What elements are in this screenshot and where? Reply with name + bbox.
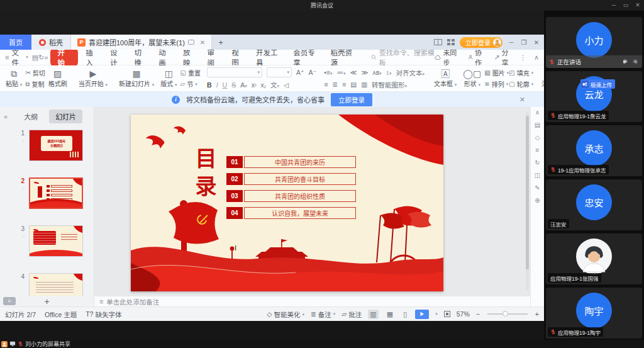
- participant-tile[interactable]: 陶宇 应用物理19-1陶宇: [546, 288, 642, 339]
- collapse-sidebar-icon[interactable]: ∧: [535, 109, 540, 116]
- smart-graphic-button[interactable]: 转智能图形▾: [372, 80, 407, 89]
- collapse-ribbon-icon[interactable]: ∧: [534, 53, 539, 62]
- comments-button[interactable]: ▱ 批注: [341, 310, 362, 319]
- textbox-button[interactable]: 🄰 文本框 ▾: [431, 66, 460, 91]
- thumbnail-1[interactable]: 建团100周年 主题团日: [29, 130, 83, 161]
- justify-icon[interactable]: ▤: [350, 81, 357, 88]
- strikethrough-button[interactable]: S: [231, 81, 236, 89]
- decrease-font-button[interactable]: A⁻: [309, 69, 317, 76]
- thumbnail-3[interactable]: [29, 225, 83, 257]
- sorter-view-button[interactable]: ▦: [385, 310, 395, 319]
- command-search[interactable]: 查找命令、搜索模板: [371, 47, 435, 67]
- toc-item-1[interactable]: 01 中国共青团的来历: [226, 156, 356, 168]
- notification-login-button[interactable]: 立即登录: [331, 93, 372, 106]
- thumbnail-4[interactable]: [29, 273, 83, 296]
- notes-bar[interactable]: ≡ 单击此处添加备注: [94, 296, 530, 306]
- participant-tile[interactable]: 小力 正在讲话: [546, 17, 642, 68]
- menu-tab-animation[interactable]: 动画: [153, 47, 177, 67]
- present-button[interactable]: ▭ 演示: [538, 66, 544, 91]
- font-size-select[interactable]: ▾: [267, 67, 292, 77]
- reading-view-button[interactable]: ▯: [401, 310, 409, 319]
- numbered-list-button[interactable]: ≔▾: [336, 69, 345, 76]
- smart-beautify-button[interactable]: ◇ 智能美化 ▴: [267, 310, 304, 319]
- properties-panel-icon[interactable]: ▤: [535, 121, 540, 128]
- zoom-percent[interactable]: 57%: [457, 310, 470, 318]
- fill-button[interactable]: ◰填充▾: [509, 68, 533, 77]
- participant-tile[interactable]: 极速上传 云龙 应用物理19-1詹云龙: [546, 71, 642, 122]
- save-icon[interactable]: ▤: [32, 53, 38, 62]
- toc-item-3[interactable]: 03 共青团的组织性质: [226, 190, 356, 202]
- tab-slides[interactable]: 幻灯片: [49, 109, 82, 123]
- sync-status[interactable]: 未同步: [435, 47, 460, 67]
- menu-tab-insert[interactable]: 插入: [80, 47, 104, 67]
- slide-thumb-1[interactable]: 1▫ 建团100周年 主题团日: [0, 130, 94, 161]
- zoom-out-button[interactable]: −: [476, 310, 480, 318]
- more-menu-icon[interactable]: ⋮: [519, 53, 526, 62]
- outline-button[interactable]: ▢轮廓▾: [509, 79, 533, 89]
- outline-panel-icon[interactable]: ≡: [536, 147, 540, 154]
- copy-button[interactable]: ⧉复制: [25, 79, 45, 89]
- clear-format-button[interactable]: ◁: [284, 81, 289, 89]
- text-direction-button[interactable]: ᴀʙ▾: [372, 69, 381, 76]
- canvas-scrollbar[interactable]: [526, 112, 529, 291]
- toc-item-2[interactable]: 02 共青团的奋斗目标: [226, 173, 356, 185]
- slideshow-play-button[interactable]: [415, 310, 429, 319]
- bold-button[interactable]: B: [207, 81, 212, 89]
- wps-close-icon[interactable]: ✕: [533, 39, 540, 46]
- zoom-in-button[interactable]: +: [535, 310, 539, 318]
- wps-restore-icon[interactable]: ❐: [520, 39, 528, 46]
- slide-canvas[interactable]: 目录 01 中国共青团的来历 02 共青团的奋斗目标: [94, 107, 530, 296]
- play-options-icon[interactable]: ▾: [435, 312, 438, 317]
- missing-font-warning[interactable]: T? 缺失字体: [86, 310, 121, 319]
- distribute-icon[interactable]: ▥: [361, 81, 367, 88]
- new-slide-button[interactable]: ▦ 新建幻灯片 ▾: [116, 66, 157, 91]
- bullet-list-button[interactable]: •≡▾: [324, 69, 332, 76]
- applause-hand-icon[interactable]: [631, 58, 639, 66]
- menu-tab-member[interactable]: 会员专享: [287, 47, 325, 67]
- slide-thumb-4[interactable]: 4: [0, 273, 94, 296]
- decrease-indent-button[interactable]: ≪: [350, 69, 357, 76]
- new-tab-button[interactable]: +: [212, 35, 230, 50]
- picture-button[interactable]: ▧图片▾: [484, 68, 509, 77]
- participant-tile[interactable]: 承志 19-1应用物理张承志: [546, 125, 642, 176]
- arrange-button[interactable]: ≋排列▾: [484, 79, 509, 89]
- underline-button[interactable]: U: [223, 81, 228, 89]
- refresh-panel-icon[interactable]: ↻: [535, 159, 540, 166]
- align-left-icon[interactable]: ≡: [324, 81, 328, 88]
- wps-minimize-icon[interactable]: ─: [508, 39, 515, 46]
- menu-tab-slideshow[interactable]: 放映: [177, 47, 202, 67]
- play-from-current-button[interactable]: ▶ 当页开始 ▾: [75, 66, 111, 91]
- participant-tile[interactable]: 忠安 汪忠安: [546, 179, 642, 230]
- font-family-select[interactable]: ▾: [207, 67, 262, 77]
- paste-button[interactable]: ⧉ 粘贴 ▾: [3, 66, 25, 91]
- menu-tab-transition[interactable]: 切换: [129, 47, 153, 67]
- italic-button[interactable]: I: [216, 81, 218, 89]
- slide-thumb-2[interactable]: 2▫: [0, 177, 94, 209]
- file-menu[interactable]: ≡ 文件 ▾: [5, 47, 28, 67]
- split-view-icon[interactable]: [434, 39, 442, 45]
- text-effects-button[interactable]: 文▾: [270, 80, 279, 89]
- share-button[interactable]: ↗ 分享: [494, 47, 512, 67]
- thumbnail-2[interactable]: [29, 177, 83, 209]
- add-panel-icon[interactable]: ⊕: [535, 197, 540, 204]
- tab-document[interactable]: P 喜迎建团100周年，展望未来(1) ✕: [70, 35, 212, 50]
- thumbnail-view-button[interactable]: ≡: [3, 297, 16, 305]
- notes-button[interactable]: ≣ 备注 ▾: [311, 310, 335, 319]
- wave-hand-icon[interactable]: [621, 58, 630, 66]
- edit-panel-icon[interactable]: ✎: [535, 184, 540, 191]
- login-button[interactable]: 立即登录: [460, 37, 502, 48]
- align-text-button[interactable]: 对齐文本▾: [396, 68, 425, 77]
- slide-layout-button[interactable]: ◫ 版式 ▾: [157, 66, 180, 91]
- more-commands-icon[interactable]: »: [44, 53, 48, 61]
- cut-button[interactable]: ✂剪切: [25, 68, 45, 77]
- menu-tab-design[interactable]: 设计: [104, 47, 129, 67]
- menu-tab-view[interactable]: 视图: [226, 47, 250, 67]
- increase-indent-button[interactable]: ≫: [361, 69, 368, 76]
- align-center-icon[interactable]: ≣: [332, 81, 338, 88]
- undo-icon[interactable]: ↻: [38, 53, 44, 62]
- tab-outline[interactable]: 大纲: [18, 109, 44, 123]
- collaborate-button[interactable]: 协作: [468, 47, 486, 67]
- zoom-slider[interactable]: [487, 313, 528, 315]
- superscript-button[interactable]: x²: [252, 81, 257, 89]
- tab-docer[interactable]: 稻壳: [31, 35, 70, 50]
